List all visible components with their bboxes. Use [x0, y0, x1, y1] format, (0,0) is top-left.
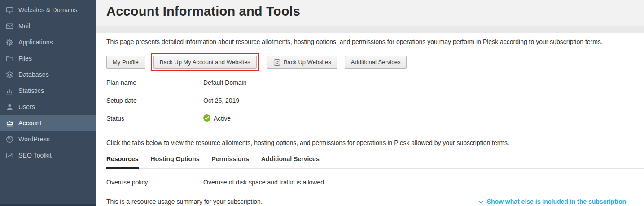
show-subscription-link[interactable]: Show what else is included in the subscr… [478, 198, 626, 206]
account-info-rows: Plan name Default Domain Setup date Oct … [106, 75, 644, 129]
setup-date-row: Setup date Oct 25, 2019 [106, 93, 644, 111]
setup-date-label: Setup date [106, 97, 203, 111]
sidebar-item-files[interactable]: Files [0, 50, 96, 66]
plan-name-value: Default Domain [203, 79, 247, 93]
show-subscription-link-text: Show what else is included in the subscr… [487, 198, 626, 206]
status-badge: Active [214, 115, 231, 122]
wordpress-icon: W [6, 136, 13, 143]
annotation-highlight-box: Back Up My Account and Websites [151, 53, 259, 71]
sidebar-bottom-strip [0, 204, 96, 206]
sidebar-item-statistics[interactable]: Statistics [0, 83, 96, 99]
tabs-hint-text: Click the tabs below to view the resourc… [106, 139, 644, 146]
gear-icon [6, 39, 13, 46]
page-title: Account Information and Tools [106, 4, 644, 19]
status-row: Status Active [106, 111, 644, 129]
sidebar-item-applications[interactable]: Applications [0, 34, 96, 50]
sidebar-nav: Websites & Domains Mail Applications Fil… [0, 0, 96, 163]
sidebar-item-label: WordPress [18, 136, 50, 143]
sidebar-item-label: Users [18, 103, 35, 110]
plan-name-row: Plan name Default Domain [106, 75, 644, 93]
monitor-icon [6, 6, 13, 14]
resource-summary-text: This is a resource usage summary for you… [106, 198, 263, 205]
crown-icon [6, 119, 13, 127]
user-icon [6, 103, 13, 111]
mail-icon [6, 22, 13, 30]
sidebar-item-mail[interactable]: Mail [0, 18, 96, 34]
additional-services-button[interactable]: Additional Services [345, 56, 407, 69]
folder-icon [6, 55, 13, 62]
sidebar-item-label: Mail [18, 22, 30, 30]
backup-account-button[interactable]: Back Up My Account and Websites [153, 56, 257, 69]
my-profile-button[interactable]: My Profile [106, 56, 145, 69]
database-icon [6, 71, 13, 79]
sidebar-item-label: Applications [18, 39, 53, 46]
sidebar-item-websites-domains[interactable]: Websites & Domains [0, 2, 96, 18]
tab-bar: Resources Hosting Options Permissions Ad… [106, 155, 644, 169]
sidebar-item-label: Databases [18, 71, 49, 78]
chevron-down-icon [478, 200, 484, 204]
overuse-policy-row: Overuse policy Overuse of disk space and… [106, 179, 644, 186]
svg-text:W: W [8, 137, 12, 141]
sidebar-item-account[interactable]: Account [0, 115, 96, 131]
tab-additional-services[interactable]: Additional Services [261, 155, 320, 168]
stats-icon [6, 87, 13, 95]
sidebar-item-label: Files [18, 55, 32, 62]
sidebar-item-seo-toolkit[interactable]: SEO Toolkit [0, 147, 96, 163]
status-label: Status [106, 115, 203, 129]
content: This page presents detailed information … [96, 38, 644, 206]
tab-resources[interactable]: Resources [106, 155, 139, 168]
sidebar-item-label: Account [18, 119, 41, 127]
sidebar-item-label: Websites & Domains [18, 6, 77, 13]
overuse-policy-label: Overuse policy [106, 179, 203, 186]
sidebar-item-databases[interactable]: Databases [0, 66, 96, 83]
sidebar-item-label: Statistics [18, 87, 44, 94]
tab-permissions[interactable]: Permissions [211, 155, 249, 168]
resource-summary-row: This is a resource usage summary for you… [106, 198, 644, 206]
plan-name-label: Plan name [106, 79, 203, 93]
sidebar-item-wordpress[interactable]: W WordPress [0, 131, 96, 147]
sidebar: Websites & Domains Mail Applications Fil… [0, 0, 96, 206]
overuse-policy-value: Overuse of disk space and traffic is all… [203, 179, 324, 186]
status-ok-check-icon [203, 114, 210, 122]
sidebar-item-label: SEO Toolkit [18, 152, 52, 159]
seo-icon [6, 152, 13, 159]
page-description: This page presents detailed information … [106, 38, 644, 45]
tab-hosting-options[interactable]: Hosting Options [151, 155, 200, 168]
page-header: Account Information and Tools [96, 0, 644, 33]
setup-date-value: Oct 25, 2019 [203, 97, 239, 111]
backup-websites-button[interactable]: Back Up Websites [267, 56, 337, 69]
sidebar-item-users[interactable]: Users [0, 99, 96, 115]
main-area: Account Information and Tools This page … [96, 0, 644, 206]
toolbar: My Profile Back Up My Account and Websit… [106, 53, 644, 71]
backup-restore-icon [273, 59, 280, 66]
